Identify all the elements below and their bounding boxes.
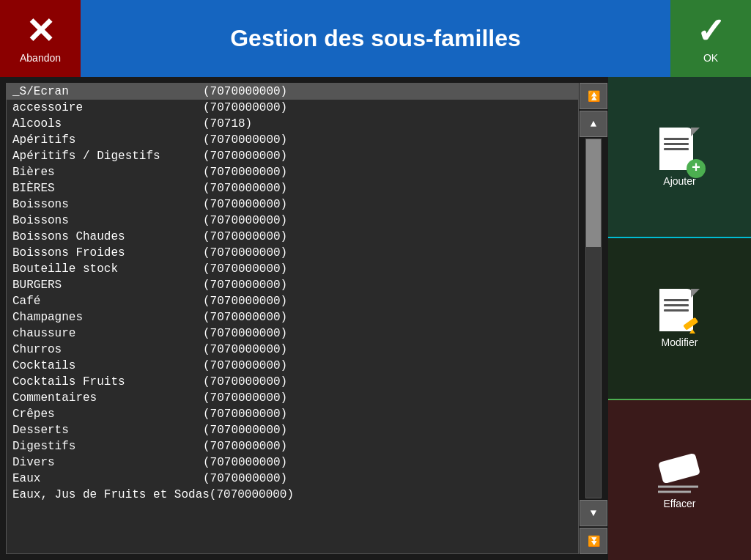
modify-icon: [659, 289, 700, 336]
item-code: (7070000000): [203, 343, 287, 356]
list-item[interactable]: Alcools(70718): [7, 116, 578, 132]
scroll-down-button[interactable]: ▼: [580, 500, 607, 526]
list-item[interactable]: Cocktails Fruits(7070000000): [7, 374, 578, 390]
item-code: (7070000000): [210, 488, 294, 501]
item-code: (7070000000): [203, 456, 287, 469]
item-code: (7070000000): [203, 230, 287, 243]
list-item[interactable]: BIÈRES(7070000000): [7, 180, 578, 196]
item-code: (7070000000): [203, 150, 287, 163]
item-code: (7070000000): [203, 182, 287, 195]
abandon-label: Abandon: [20, 52, 61, 64]
item-code: (7070000000): [203, 279, 287, 292]
ok-label: OK: [703, 52, 718, 64]
item-name: Cocktails Fruits: [12, 375, 203, 388]
list-item[interactable]: _S/Ecran(7070000000): [7, 84, 578, 100]
list-item[interactable]: Churros(7070000000): [7, 342, 578, 358]
modify-button[interactable]: Modifier: [608, 238, 751, 399]
list-item[interactable]: Boissons Chaudes(7070000000): [7, 229, 578, 245]
item-code: (7070000000): [203, 101, 287, 114]
list-item[interactable]: Champagnes(7070000000): [7, 309, 578, 325]
abandon-button[interactable]: ✕ Abandon: [0, 0, 81, 77]
item-name: Digestifs: [12, 440, 203, 453]
item-code: (7070000000): [203, 133, 287, 147]
item-code: (7070000000): [203, 359, 287, 372]
list-item[interactable]: Café(7070000000): [7, 293, 578, 309]
item-name: Apéritifs: [12, 133, 203, 147]
delete-button[interactable]: Effacer: [608, 400, 751, 560]
item-code: (7070000000): [203, 166, 287, 179]
item-code: (7070000000): [203, 214, 287, 227]
item-name: Alcools: [12, 117, 203, 130]
list-item[interactable]: Cocktails(7070000000): [7, 358, 578, 374]
delete-label: Effacer: [663, 498, 695, 509]
list-item[interactable]: Bouteille stock(7070000000): [7, 261, 578, 277]
item-code: (7070000000): [203, 424, 287, 437]
item-code: (7070000000): [203, 262, 287, 276]
scroll-up-button[interactable]: ▲: [580, 111, 607, 137]
scroll-thumb: [586, 139, 601, 247]
svg-rect-2: [658, 453, 700, 484]
item-code: (7070000000): [203, 391, 287, 405]
item-code: (7070000000): [203, 85, 287, 98]
item-name: BURGERS: [12, 279, 203, 292]
add-button[interactable]: + Ajouter: [608, 77, 751, 238]
item-code: (7070000000): [203, 375, 287, 388]
list-wrapper: _S/Ecran(7070000000)accessoire(707000000…: [6, 83, 608, 554]
list-item[interactable]: Commentaires(7070000000): [7, 390, 578, 406]
item-code: (7070000000): [203, 311, 287, 324]
svg-marker-1: [689, 329, 695, 334]
item-code: (70718): [203, 117, 252, 130]
list-item[interactable]: accessoire(7070000000): [7, 100, 578, 116]
check-icon: ✓: [696, 14, 725, 49]
item-name: Eaux, Jus de Fruits et Sodas: [12, 488, 210, 501]
item-name: Boissons: [12, 214, 203, 227]
item-name: _S/Ecran: [12, 85, 203, 98]
list-item[interactable]: Digestifs(7070000000): [7, 438, 578, 454]
list-item[interactable]: Desserts(7070000000): [7, 422, 578, 438]
list-item[interactable]: Bières(7070000000): [7, 164, 578, 180]
item-name: Eaux: [12, 472, 203, 485]
item-name: accessoire: [12, 101, 203, 114]
list-item[interactable]: Boissons Froides(7070000000): [7, 245, 578, 261]
item-name: Divers: [12, 456, 203, 469]
list-item[interactable]: Apéritifs / Digestifs(7070000000): [7, 148, 578, 164]
scroll-top-top-button[interactable]: ⏫: [580, 83, 607, 109]
list-item[interactable]: Crêpes(7070000000): [7, 406, 578, 422]
item-name: chaussure: [12, 327, 203, 340]
list-item[interactable]: Eaux, Jus de Fruits et Sodas(7070000000): [7, 487, 578, 503]
item-code: (7070000000): [203, 295, 287, 308]
item-name: Crêpes: [12, 408, 203, 421]
item-name: Commentaires: [12, 391, 203, 405]
scroll-controls: ⏫ ▲ ▼ ⏬: [579, 83, 608, 554]
add-icon: +: [659, 128, 700, 175]
items-list[interactable]: _S/Ecran(7070000000)accessoire(707000000…: [6, 83, 579, 554]
main-content: _S/Ecran(7070000000)accessoire(707000000…: [0, 77, 751, 560]
ok-button[interactable]: ✓ OK: [670, 0, 751, 77]
item-name: Bières: [12, 166, 203, 179]
list-item[interactable]: BURGERS(7070000000): [7, 277, 578, 293]
item-name: Champagnes: [12, 311, 203, 324]
scroll-bottom-bottom-button[interactable]: ⏬: [580, 528, 607, 554]
list-item[interactable]: chaussure(7070000000): [7, 325, 578, 342]
item-name: Desserts: [12, 424, 203, 437]
list-container: _S/Ecran(7070000000)accessoire(707000000…: [0, 77, 608, 560]
item-name: Churros: [12, 343, 203, 356]
item-code: (7070000000): [203, 440, 287, 453]
svg-rect-0: [684, 317, 698, 331]
list-item[interactable]: Apéritifs(7070000000): [7, 132, 578, 148]
item-name: Boissons Froides: [12, 246, 203, 259]
right-sidebar: + Ajouter Modifier: [608, 77, 751, 560]
list-item[interactable]: Eaux(7070000000): [7, 471, 578, 487]
list-item[interactable]: Boissons(7070000000): [7, 213, 578, 229]
list-item[interactable]: Divers(7070000000): [7, 454, 578, 471]
eraser-icon: [654, 450, 706, 498]
page-title: Gestion des sous-familles: [230, 25, 521, 52]
scroll-track[interactable]: [585, 139, 602, 498]
item-name: Café: [12, 295, 203, 308]
title-area: Gestion des sous-familles: [81, 0, 670, 77]
item-name: Apéritifs / Digestifs: [12, 150, 203, 163]
list-item[interactable]: Boissons(7070000000): [7, 196, 578, 213]
item-name: Boissons: [12, 198, 203, 211]
pencil-icon: [684, 317, 706, 339]
item-name: Bouteille stock: [12, 262, 203, 276]
